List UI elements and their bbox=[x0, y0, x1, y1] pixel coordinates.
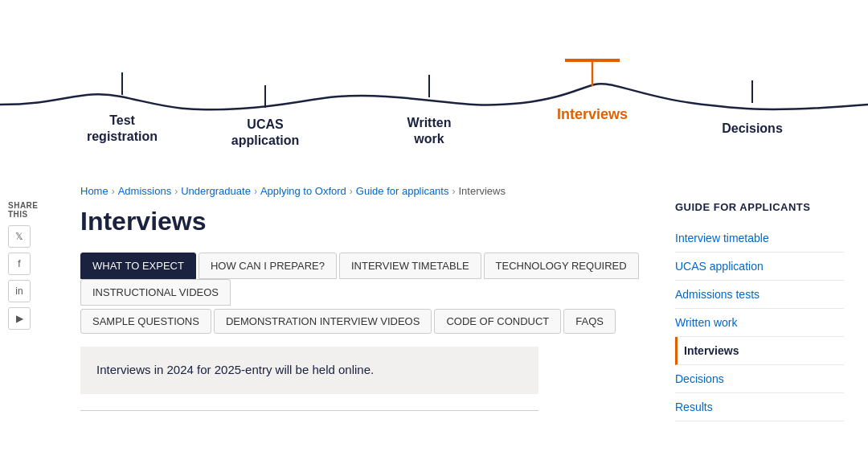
svg-text:Test: Test bbox=[109, 113, 135, 127]
right-sidebar: GUIDE FOR APPLICANTS Interview timetable… bbox=[667, 185, 860, 438]
breadcrumb-current: Interviews bbox=[458, 185, 506, 197]
svg-text:Decisions: Decisions bbox=[722, 121, 783, 135]
tab-demo-videos[interactable]: DEMONSTRATION INTERVIEW VIDEOS bbox=[214, 309, 432, 334]
guide-link-admissions-anchor[interactable]: Admissions tests bbox=[675, 288, 760, 301]
guide-link-results: Results bbox=[675, 393, 844, 421]
breadcrumb-home[interactable]: Home bbox=[80, 185, 108, 197]
timeline-section: Test registration UCAS application Writt… bbox=[0, 0, 868, 185]
breadcrumb-undergraduate[interactable]: Undergraduate bbox=[181, 185, 251, 197]
youtube-icon[interactable]: ▶ bbox=[8, 307, 31, 330]
content-area: Home › Admissions › Undergraduate › Appl… bbox=[64, 185, 667, 438]
guide-link-decisions: Decisions bbox=[675, 365, 844, 393]
breadcrumb-sep-4: › bbox=[350, 186, 353, 197]
tab-how-prepare[interactable]: HOW CAN I PREPARE? bbox=[199, 253, 337, 279]
svg-text:application: application bbox=[231, 134, 299, 147]
breadcrumb-sep-5: › bbox=[452, 186, 455, 197]
guide-link-written-work: Written work bbox=[675, 309, 844, 337]
svg-text:work: work bbox=[413, 132, 444, 146]
tabs-row-1: WHAT TO EXPECT HOW CAN I PREPARE? INTERV… bbox=[80, 253, 651, 306]
svg-text:Written: Written bbox=[407, 116, 452, 129]
page-title: Interviews bbox=[80, 207, 651, 236]
breadcrumb-applying[interactable]: Applying to Oxford bbox=[260, 185, 346, 197]
guide-link-interview-timetable: Interview timetable bbox=[675, 224, 844, 253]
breadcrumb-guide[interactable]: Guide for applicants bbox=[356, 185, 449, 197]
breadcrumb: Home › Admissions › Undergraduate › Appl… bbox=[80, 185, 651, 197]
svg-text:UCAS: UCAS bbox=[247, 117, 284, 131]
guide-title: GUIDE FOR APPLICANTS bbox=[675, 201, 844, 213]
share-sidebar: SHARE THIS 𝕏 f in ▶ bbox=[0, 185, 64, 438]
tab-interview-timetable[interactable]: INTERVIEW TIMETABLE bbox=[339, 253, 481, 279]
info-box-text: Interviews in 2024 for 2025-entry will b… bbox=[96, 363, 374, 376]
guide-link-interviews-anchor[interactable]: Interviews bbox=[684, 344, 739, 357]
info-box: Interviews in 2024 for 2025-entry will b… bbox=[80, 347, 538, 394]
tab-faqs[interactable]: FAQS bbox=[563, 309, 616, 334]
svg-text:Interviews: Interviews bbox=[557, 106, 628, 122]
twitter-icon[interactable]: 𝕏 bbox=[8, 225, 31, 248]
breadcrumb-sep-2: › bbox=[174, 186, 178, 197]
tab-code-conduct[interactable]: CODE OF CONDUCT bbox=[434, 309, 561, 334]
linkedin-icon[interactable]: in bbox=[8, 280, 31, 302]
facebook-icon[interactable]: f bbox=[8, 253, 31, 275]
breadcrumb-admissions[interactable]: Admissions bbox=[118, 185, 171, 197]
breadcrumb-sep-3: › bbox=[254, 186, 257, 197]
share-icons: 𝕏 f in ▶ bbox=[8, 225, 56, 330]
share-label: SHARE THIS bbox=[8, 201, 56, 219]
main-container: SHARE THIS 𝕏 f in ▶ Home › Admissions › … bbox=[0, 185, 868, 438]
tab-instructional[interactable]: INSTRUCTIONAL VIDEOS bbox=[80, 279, 231, 306]
tabs-row-2: SAMPLE QUESTIONS DEMONSTRATION INTERVIEW… bbox=[80, 309, 651, 334]
tab-what-to-expect[interactable]: WHAT TO EXPECT bbox=[80, 253, 196, 279]
guide-link-ucas: UCAS application bbox=[675, 253, 844, 281]
tab-tech-required[interactable]: TECHNOLOGY REQUIRED bbox=[484, 253, 639, 279]
tab-sample-questions[interactable]: SAMPLE QUESTIONS bbox=[80, 309, 211, 334]
guide-links: Interview timetable UCAS application Adm… bbox=[675, 224, 844, 421]
guide-link-interview-timetable-anchor[interactable]: Interview timetable bbox=[675, 232, 769, 244]
svg-text:registration: registration bbox=[87, 129, 158, 143]
guide-link-written-anchor[interactable]: Written work bbox=[675, 316, 738, 329]
guide-link-ucas-anchor[interactable]: UCAS application bbox=[675, 260, 764, 273]
breadcrumb-sep-1: › bbox=[112, 186, 115, 197]
content-divider bbox=[80, 410, 538, 411]
guide-link-admissions-tests: Admissions tests bbox=[675, 281, 844, 309]
guide-link-decisions-anchor[interactable]: Decisions bbox=[675, 372, 724, 385]
guide-link-interviews: Interviews bbox=[675, 337, 844, 365]
guide-link-results-anchor[interactable]: Results bbox=[675, 401, 713, 413]
